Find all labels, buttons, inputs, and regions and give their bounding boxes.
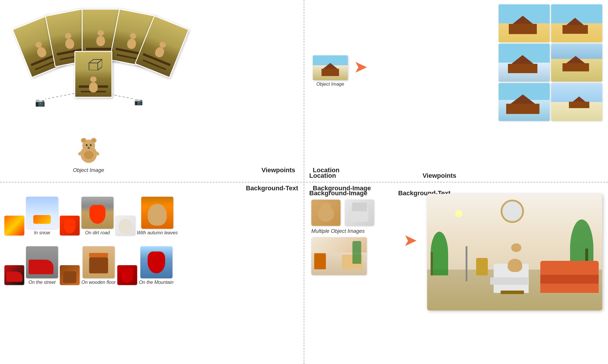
location-quadrant: Object Image ➤	[304, 0, 608, 182]
bg-image-quadrant-label: Background-Image	[313, 184, 371, 192]
bg-text-row1: In snow On dirt road	[4, 197, 178, 235]
devil-mountain-group: On the Mountain	[139, 246, 173, 285]
bg-image-arrow: ➤	[403, 232, 417, 249]
shoe-original	[4, 265, 24, 285]
bg-image-quadrant: Background-Image Multiple Object Images	[304, 182, 608, 364]
barn-cell-3	[499, 44, 550, 82]
viewpoints-quadrant-label: Viewpoints	[261, 166, 295, 174]
chow-autumn-group: With autumn leaves	[137, 197, 178, 235]
cake-orig-group	[60, 265, 80, 285]
camera-icon-left: 📷	[35, 98, 45, 107]
barn-cell-6	[551, 83, 602, 121]
svg-point-17	[84, 151, 93, 159]
devil-original	[117, 265, 137, 285]
chow-autumn	[141, 197, 173, 229]
barn-grid	[499, 4, 602, 121]
devil-orig-group	[117, 265, 137, 285]
cake-floor-label: On wooden floor	[81, 280, 116, 285]
shoe-street-label: On the street	[29, 280, 56, 285]
location-arrow: ➤	[354, 58, 368, 75]
svg-marker-4	[98, 59, 102, 70]
barn-object-image	[313, 55, 348, 80]
svg-point-9	[82, 139, 85, 142]
corgi-object	[311, 200, 340, 226]
svg-point-10	[92, 139, 95, 142]
viewpoints-quadrant: 📷 📷 Object Image	[0, 0, 304, 182]
lobster-original	[60, 216, 80, 235]
toycar-original-group	[4, 216, 24, 235]
chow-original	[115, 216, 135, 235]
multiple-objects-label: Multiple Object Images	[311, 228, 374, 234]
result-living-room	[427, 194, 602, 310]
cake-floor-group: On wooden floor	[81, 246, 116, 285]
shoe-street	[26, 246, 58, 278]
bg-text-quadrant: Background-Text In snow	[0, 182, 304, 364]
multiple-objects-container: Multiple Object Images	[311, 200, 374, 275]
3d-box-icon	[85, 54, 102, 70]
bg-text-row2: On the street On wooden floor	[4, 246, 174, 285]
object-image-tl: Object Image	[73, 135, 104, 173]
shoe-street-group: On the street	[26, 246, 58, 285]
cake-floor	[83, 246, 115, 278]
svg-marker-2	[89, 63, 98, 70]
toycar-snow-label: In snow	[34, 230, 50, 235]
devil-mountain-label: On the Mountain	[139, 280, 173, 285]
lobster-orig-group	[60, 216, 80, 235]
lobster-dirt-label: On dirt road	[85, 230, 110, 235]
chow-orig-group	[115, 216, 135, 235]
svg-point-12	[90, 144, 92, 146]
toycar-snow	[26, 197, 58, 229]
chair-object	[345, 200, 374, 226]
shoe-orig-group	[4, 265, 24, 285]
chow-autumn-label: With autumn leaves	[137, 230, 178, 235]
toycar-snow-group: In snow	[26, 197, 58, 235]
barn-cell-4	[551, 44, 602, 82]
teddy-bear-illustration	[76, 135, 102, 164]
cake-original	[60, 265, 80, 285]
center-3d-photo	[74, 51, 112, 98]
multi-objects-top-row	[311, 200, 374, 226]
barn-cell-1	[499, 4, 550, 42]
devil-mountain	[140, 246, 172, 278]
location-quadrant-label: Location	[313, 166, 340, 174]
object-image-label-tl: Object Image	[73, 167, 104, 173]
svg-point-14	[88, 147, 90, 149]
object-barn-container: Object Image	[313, 55, 348, 87]
lobster-dirt-group: On dirt road	[81, 197, 113, 235]
bg-text-quadrant-label: Background-Text	[246, 184, 298, 192]
toycar-original	[4, 216, 24, 235]
barn-cell-5	[499, 83, 550, 121]
small-living-room-object	[311, 237, 367, 275]
object-image-label-tr: Object Image	[313, 82, 348, 87]
svg-point-11	[86, 144, 88, 146]
lobster-dirt	[81, 197, 113, 229]
camera-icon-right: 📷	[134, 98, 143, 106]
barn-cell-2	[551, 4, 602, 42]
